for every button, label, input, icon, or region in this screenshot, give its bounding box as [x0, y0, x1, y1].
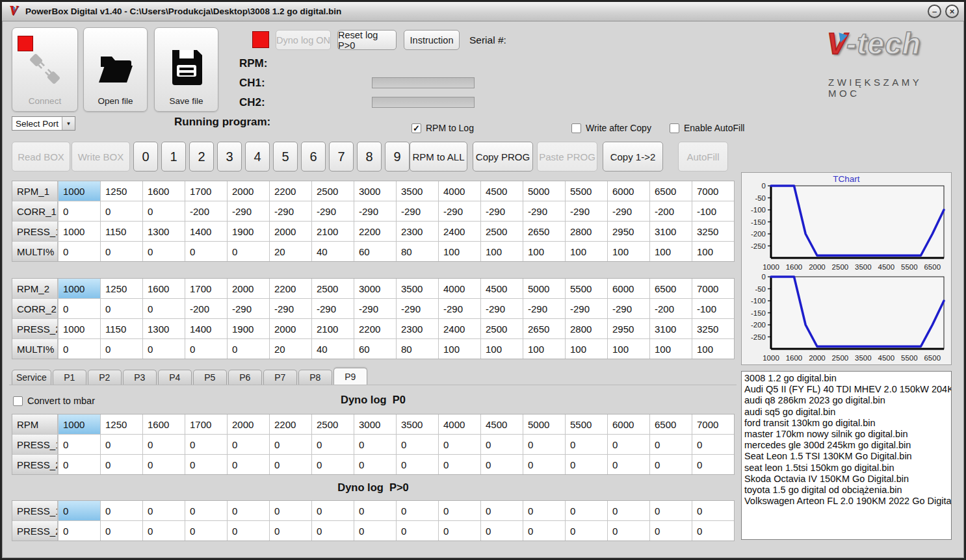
- table-cell[interactable]: 0: [101, 299, 142, 318]
- table-cell[interactable]: -290: [523, 299, 565, 318]
- table-cell[interactable]: -200: [650, 299, 692, 318]
- table-cell[interactable]: 40: [312, 339, 354, 359]
- close-button[interactable]: ×: [945, 5, 959, 18]
- table-cell[interactable]: 2200: [270, 414, 311, 434]
- table-cell[interactable]: -100: [692, 299, 734, 318]
- table-cell[interactable]: 0: [143, 435, 185, 454]
- table-cell[interactable]: 0: [312, 521, 354, 541]
- tab-p6[interactable]: P6: [228, 370, 262, 385]
- table-cell[interactable]: 0: [481, 521, 523, 541]
- table-cell[interactable]: 0: [101, 521, 142, 541]
- table-cell[interactable]: 0: [566, 455, 607, 474]
- file-list-item[interactable]: Audi Q5 II (FY FL) 40 TDI MHEV 2.0 150kW…: [742, 384, 951, 395]
- table-cell[interactable]: 0: [228, 242, 269, 261]
- table-cell[interactable]: 0: [101, 501, 142, 520]
- table-cell[interactable]: 1250: [101, 414, 142, 434]
- checkbox-box[interactable]: [571, 123, 581, 133]
- table-cell[interactable]: 0: [439, 455, 480, 474]
- table-cell[interactable]: 0: [650, 435, 692, 454]
- table-cell[interactable]: 0: [692, 435, 734, 454]
- table-cell[interactable]: 0: [270, 455, 311, 474]
- table-cell[interactable]: 2500: [481, 319, 523, 338]
- table-cell[interactable]: 7000: [692, 181, 734, 201]
- table-cell[interactable]: 0: [59, 455, 100, 474]
- table-cell[interactable]: 1000: [59, 222, 100, 241]
- digit-button-4[interactable]: 4: [245, 142, 270, 172]
- table-cell[interactable]: -290: [566, 201, 607, 221]
- table-cell[interactable]: 1150: [101, 222, 142, 241]
- tab-p2[interactable]: P2: [88, 370, 122, 385]
- table-cell[interactable]: -290: [397, 201, 438, 221]
- copy-1-2-button[interactable]: Copy 1->2: [603, 142, 663, 172]
- table-cell[interactable]: 0: [143, 242, 185, 261]
- table-cell[interactable]: 3500: [397, 414, 438, 434]
- table-cell[interactable]: 2200: [354, 319, 396, 338]
- table-cell[interactable]: 0: [228, 339, 269, 359]
- table-cell[interactable]: 2950: [608, 319, 649, 338]
- file-list-item[interactable]: master 170km nowy silnik go digital.bin: [742, 429, 951, 440]
- table-cell[interactable]: 3250: [692, 222, 734, 241]
- instruction-button[interactable]: Instruction: [404, 30, 460, 50]
- table-cell[interactable]: 0: [185, 242, 227, 261]
- table-cell[interactable]: 0: [650, 501, 692, 520]
- table-cell[interactable]: 5500: [566, 414, 607, 434]
- table-cell[interactable]: -290: [397, 299, 438, 318]
- copy-prog-button[interactable]: Copy PROG: [473, 142, 533, 172]
- table-cell[interactable]: 3500: [397, 181, 438, 201]
- table-cell[interactable]: 2300: [397, 319, 438, 338]
- table-cell[interactable]: 0: [566, 435, 607, 454]
- table-cell[interactable]: 5000: [523, 279, 565, 298]
- table-cell[interactable]: 4000: [439, 181, 480, 201]
- table-cell[interactable]: -290: [608, 299, 649, 318]
- table-cell[interactable]: 2200: [270, 279, 311, 298]
- table-cell[interactable]: 100: [608, 242, 649, 261]
- file-list-item[interactable]: seat leon 1.5tsi 150km go digital.bin: [742, 463, 951, 474]
- tab-p8[interactable]: P8: [298, 370, 332, 385]
- table-cell[interactable]: 0: [481, 501, 523, 520]
- table-cell[interactable]: 0: [59, 339, 100, 359]
- table-cell[interactable]: 6500: [650, 279, 692, 298]
- table-cell[interactable]: -290: [354, 201, 396, 221]
- table-cell[interactable]: 0: [650, 521, 692, 541]
- table-cell[interactable]: 0: [312, 455, 354, 474]
- table-cell[interactable]: 60: [354, 242, 396, 261]
- table-cell[interactable]: 2000: [228, 181, 269, 201]
- table-cell[interactable]: 2950: [608, 222, 649, 241]
- table-cell[interactable]: 2000: [228, 279, 269, 298]
- table-cell[interactable]: 0: [143, 299, 185, 318]
- table-cell[interactable]: 100: [481, 339, 523, 359]
- table-cell[interactable]: 0: [650, 455, 692, 474]
- table-cell[interactable]: 0: [692, 455, 734, 474]
- table-cell[interactable]: 0: [101, 339, 142, 359]
- table-cell[interactable]: -200: [185, 201, 227, 221]
- table-cell[interactable]: 0: [608, 455, 649, 474]
- table-cell[interactable]: -290: [439, 201, 480, 221]
- table-cell[interactable]: 6000: [608, 181, 649, 201]
- table-cell[interactable]: 0: [312, 435, 354, 454]
- table-cell[interactable]: 0: [354, 455, 396, 474]
- table-cell[interactable]: 2000: [270, 222, 311, 241]
- table-cell[interactable]: 3500: [397, 279, 438, 298]
- table-cell[interactable]: 0: [608, 521, 649, 541]
- table-cell[interactable]: -290: [228, 299, 269, 318]
- rpm-to-log-checkbox[interactable]: ✓ RPM to Log: [411, 123, 474, 133]
- table-cell[interactable]: 0: [143, 455, 185, 474]
- write-box-button[interactable]: Write BOX: [72, 142, 130, 172]
- table-cell[interactable]: 0: [185, 455, 227, 474]
- digit-button-9[interactable]: 9: [385, 142, 410, 172]
- tab-p5[interactable]: P5: [193, 370, 227, 385]
- table-cell[interactable]: 3000: [354, 279, 396, 298]
- table-cell[interactable]: 2800: [566, 319, 607, 338]
- table-cell[interactable]: 6500: [650, 414, 692, 434]
- table-cell[interactable]: 1600: [143, 279, 185, 298]
- table-cell[interactable]: 0: [354, 501, 396, 520]
- table-cell[interactable]: 7000: [692, 414, 734, 434]
- table-cell[interactable]: -290: [481, 299, 523, 318]
- table-cell[interactable]: 0: [59, 501, 100, 520]
- table-cell[interactable]: 0: [523, 455, 565, 474]
- table-cell[interactable]: 60: [354, 339, 396, 359]
- table-cell[interactable]: 2200: [270, 181, 311, 201]
- table-cell[interactable]: 6000: [608, 279, 649, 298]
- table-cell[interactable]: 0: [692, 521, 734, 541]
- table-cell[interactable]: -290: [439, 299, 480, 318]
